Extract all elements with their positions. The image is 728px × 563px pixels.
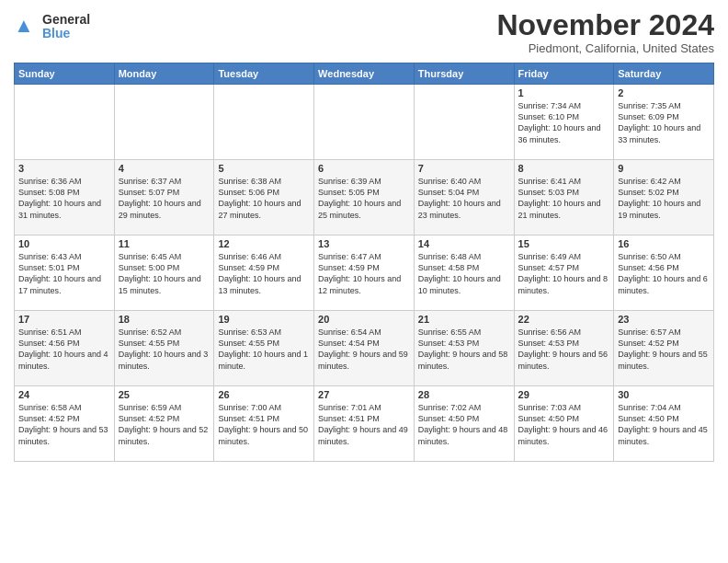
- calendar-cell: 20Sunrise: 6:54 AM Sunset: 4:54 PM Dayli…: [314, 311, 415, 386]
- calendar-cell: 11Sunrise: 6:45 AM Sunset: 5:00 PM Dayli…: [114, 236, 214, 311]
- calendar-cell: 8Sunrise: 6:41 AM Sunset: 5:03 PM Daylig…: [514, 160, 614, 236]
- day-info: Sunrise: 7:02 AM Sunset: 4:50 PM Dayligh…: [418, 402, 510, 447]
- day-number: 5: [218, 163, 310, 174]
- month-title: November 2024: [496, 9, 714, 41]
- day-number: 25: [119, 389, 210, 400]
- week-row: 24Sunrise: 6:58 AM Sunset: 4:52 PM Dayli…: [15, 386, 714, 462]
- day-number: 24: [18, 389, 110, 400]
- day-info: Sunrise: 7:03 AM Sunset: 4:50 PM Dayligh…: [518, 402, 610, 447]
- week-row: 17Sunrise: 6:51 AM Sunset: 4:56 PM Dayli…: [15, 311, 714, 386]
- day-info: Sunrise: 6:36 AM Sunset: 5:08 PM Dayligh…: [18, 176, 110, 221]
- page-container: ▲ General Blue November 2024 Piedmont, C…: [0, 0, 728, 471]
- day-number: 11: [119, 238, 210, 249]
- day-number: 4: [119, 163, 210, 174]
- day-info: Sunrise: 6:48 AM Sunset: 4:58 PM Dayligh…: [418, 251, 510, 296]
- calendar-cell: 30Sunrise: 7:04 AM Sunset: 4:50 PM Dayli…: [614, 386, 714, 462]
- day-number: 1: [518, 87, 610, 98]
- day-info: Sunrise: 6:41 AM Sunset: 5:03 PM Dayligh…: [518, 176, 610, 221]
- calendar-cell: 3Sunrise: 6:36 AM Sunset: 5:08 PM Daylig…: [15, 160, 115, 236]
- calendar-cell: [214, 85, 314, 160]
- day-number: 13: [318, 238, 410, 249]
- day-number: 19: [218, 314, 310, 325]
- day-info: Sunrise: 6:54 AM Sunset: 4:54 PM Dayligh…: [318, 327, 410, 372]
- calendar-cell: [114, 85, 214, 160]
- calendar-cell: 24Sunrise: 6:58 AM Sunset: 4:52 PM Dayli…: [15, 386, 115, 462]
- day-info: Sunrise: 6:43 AM Sunset: 5:01 PM Dayligh…: [18, 251, 110, 296]
- day-info: Sunrise: 7:35 AM Sunset: 6:09 PM Dayligh…: [618, 100, 710, 145]
- day-number: 26: [218, 389, 310, 400]
- calendar-cell: 27Sunrise: 7:01 AM Sunset: 4:51 PM Dayli…: [314, 386, 415, 462]
- day-number: 14: [418, 238, 510, 249]
- header-tuesday: Tuesday: [214, 63, 314, 85]
- logo-general: General: [42, 13, 90, 27]
- calendar-cell: 9Sunrise: 6:42 AM Sunset: 5:02 PM Daylig…: [614, 160, 714, 236]
- calendar-cell: 4Sunrise: 6:37 AM Sunset: 5:07 PM Daylig…: [114, 160, 214, 236]
- header: ▲ General Blue November 2024 Piedmont, C…: [14, 9, 714, 55]
- calendar-cell: [15, 85, 115, 160]
- day-info: Sunrise: 6:58 AM Sunset: 4:52 PM Dayligh…: [18, 402, 110, 447]
- day-number: 12: [218, 238, 310, 249]
- day-number: 9: [618, 163, 710, 174]
- day-info: Sunrise: 6:39 AM Sunset: 5:05 PM Dayligh…: [318, 176, 410, 221]
- logo-icon: ▲: [14, 14, 40, 40]
- svg-text:▲: ▲: [14, 14, 34, 37]
- day-number: 10: [18, 238, 110, 249]
- day-number: 30: [618, 389, 710, 400]
- day-info: Sunrise: 6:42 AM Sunset: 5:02 PM Dayligh…: [618, 176, 710, 221]
- day-info: Sunrise: 6:51 AM Sunset: 4:56 PM Dayligh…: [18, 327, 110, 372]
- calendar-cell: 13Sunrise: 6:47 AM Sunset: 4:59 PM Dayli…: [314, 236, 415, 311]
- day-info: Sunrise: 6:56 AM Sunset: 4:53 PM Dayligh…: [518, 327, 610, 372]
- logo: ▲ General Blue: [14, 13, 90, 41]
- day-number: 18: [119, 314, 210, 325]
- day-info: Sunrise: 6:46 AM Sunset: 4:59 PM Dayligh…: [218, 251, 310, 296]
- title-section: November 2024 Piedmont, California, Unit…: [496, 9, 714, 55]
- calendar-cell: 19Sunrise: 6:53 AM Sunset: 4:55 PM Dayli…: [214, 311, 314, 386]
- calendar-cell: 23Sunrise: 6:57 AM Sunset: 4:52 PM Dayli…: [614, 311, 714, 386]
- day-info: Sunrise: 6:50 AM Sunset: 4:56 PM Dayligh…: [618, 251, 710, 296]
- day-number: 17: [18, 314, 110, 325]
- calendar-cell: [414, 85, 514, 160]
- header-monday: Monday: [114, 63, 214, 85]
- calendar-cell: 15Sunrise: 6:49 AM Sunset: 4:57 PM Dayli…: [514, 236, 614, 311]
- week-row: 3Sunrise: 6:36 AM Sunset: 5:08 PM Daylig…: [15, 160, 714, 236]
- day-info: Sunrise: 7:01 AM Sunset: 4:51 PM Dayligh…: [318, 402, 410, 447]
- day-number: 6: [318, 163, 410, 174]
- calendar-cell: 5Sunrise: 6:38 AM Sunset: 5:06 PM Daylig…: [214, 160, 314, 236]
- day-info: Sunrise: 6:47 AM Sunset: 4:59 PM Dayligh…: [318, 251, 410, 296]
- header-sunday: Sunday: [15, 63, 115, 85]
- calendar-header: Sunday Monday Tuesday Wednesday Thursday…: [15, 63, 714, 85]
- day-info: Sunrise: 6:59 AM Sunset: 4:52 PM Dayligh…: [119, 402, 210, 447]
- week-row: 10Sunrise: 6:43 AM Sunset: 5:01 PM Dayli…: [15, 236, 714, 311]
- calendar-cell: 10Sunrise: 6:43 AM Sunset: 5:01 PM Dayli…: [15, 236, 115, 311]
- calendar-cell: 1Sunrise: 7:34 AM Sunset: 6:10 PM Daylig…: [514, 85, 614, 160]
- day-number: 7: [418, 163, 510, 174]
- calendar-table: Sunday Monday Tuesday Wednesday Thursday…: [14, 63, 714, 462]
- header-friday: Friday: [514, 63, 614, 85]
- calendar-cell: 14Sunrise: 6:48 AM Sunset: 4:58 PM Dayli…: [414, 236, 514, 311]
- calendar-cell: 18Sunrise: 6:52 AM Sunset: 4:55 PM Dayli…: [114, 311, 214, 386]
- day-info: Sunrise: 6:45 AM Sunset: 5:00 PM Dayligh…: [119, 251, 210, 296]
- day-info: Sunrise: 6:57 AM Sunset: 4:52 PM Dayligh…: [618, 327, 710, 372]
- location: Piedmont, California, United States: [496, 41, 714, 55]
- header-thursday: Thursday: [414, 63, 514, 85]
- calendar-cell: 29Sunrise: 7:03 AM Sunset: 4:50 PM Dayli…: [514, 386, 614, 462]
- day-info: Sunrise: 6:53 AM Sunset: 4:55 PM Dayligh…: [218, 327, 310, 372]
- day-number: 29: [518, 389, 610, 400]
- day-info: Sunrise: 7:34 AM Sunset: 6:10 PM Dayligh…: [518, 100, 610, 145]
- logo-text: General Blue: [42, 13, 90, 41]
- day-info: Sunrise: 6:55 AM Sunset: 4:53 PM Dayligh…: [418, 327, 510, 372]
- calendar-cell: 17Sunrise: 6:51 AM Sunset: 4:56 PM Dayli…: [15, 311, 115, 386]
- day-number: 8: [518, 163, 610, 174]
- day-info: Sunrise: 6:52 AM Sunset: 4:55 PM Dayligh…: [119, 327, 210, 372]
- header-row: Sunday Monday Tuesday Wednesday Thursday…: [15, 63, 714, 85]
- day-number: 3: [18, 163, 110, 174]
- day-number: 20: [318, 314, 410, 325]
- header-saturday: Saturday: [614, 63, 714, 85]
- calendar-body: 1Sunrise: 7:34 AM Sunset: 6:10 PM Daylig…: [15, 85, 714, 462]
- calendar-cell: 21Sunrise: 6:55 AM Sunset: 4:53 PM Dayli…: [414, 311, 514, 386]
- day-number: 2: [618, 87, 710, 98]
- day-number: 22: [518, 314, 610, 325]
- logo-blue: Blue: [42, 27, 90, 40]
- calendar-cell: [314, 85, 415, 160]
- day-info: Sunrise: 6:40 AM Sunset: 5:04 PM Dayligh…: [418, 176, 510, 221]
